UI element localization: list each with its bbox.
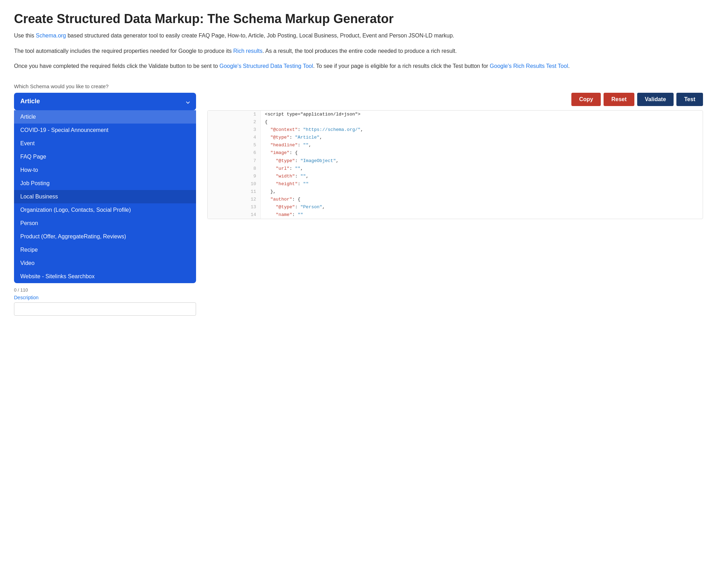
line-content: "image": { bbox=[261, 149, 703, 157]
code-lines: 1<script type="application/ld+json">2{3 … bbox=[208, 111, 703, 219]
intro-1-text-before: Use this bbox=[14, 33, 36, 38]
main-layout: Article ⌵ Article COVID-19 - Special Ann… bbox=[14, 93, 703, 316]
dropdown-option-localbusiness[interactable]: Local Business bbox=[14, 190, 196, 203]
code-line: 12 "author": { bbox=[208, 196, 703, 203]
validate-button[interactable]: Validate bbox=[637, 93, 674, 106]
dropdown-option-website[interactable]: Website - Sitelinks Searchbox bbox=[14, 270, 196, 283]
line-number: 13 bbox=[208, 203, 261, 211]
schema-dropdown-button[interactable]: Article ⌵ bbox=[14, 93, 196, 110]
intro-3-end: . bbox=[568, 63, 570, 69]
dropdown-option-article[interactable]: Article bbox=[14, 110, 196, 124]
dropdown-option-howto[interactable]: How-to bbox=[14, 163, 196, 177]
line-number: 10 bbox=[208, 180, 261, 188]
line-number: 8 bbox=[208, 165, 261, 173]
right-panel: Copy Reset Validate Test 1<script type="… bbox=[207, 93, 703, 219]
code-line: 14 "name": "" bbox=[208, 211, 703, 219]
left-panel: Article ⌵ Article COVID-19 - Special Ann… bbox=[14, 93, 196, 316]
code-line: 8 "url": "", bbox=[208, 165, 703, 173]
chevron-down-icon: ⌵ bbox=[186, 98, 190, 105]
line-number: 14 bbox=[208, 211, 261, 219]
line-number: 7 bbox=[208, 157, 261, 165]
code-block: 1<script type="application/ld+json">2{3 … bbox=[207, 110, 703, 219]
line-content: "headline": "", bbox=[261, 141, 703, 149]
intro-2-text-before: The tool automatically includes the requ… bbox=[14, 48, 233, 54]
schema-dropdown-selected: Article bbox=[20, 98, 40, 105]
code-line: 2{ bbox=[208, 118, 703, 126]
test-button[interactable]: Test bbox=[676, 93, 703, 106]
intro-paragraph-1: Use this Schema.org based structured dat… bbox=[14, 31, 703, 40]
schema-dropdown-list: Article COVID-19 - Special Announcement … bbox=[14, 110, 196, 283]
code-line: 9 "width": "", bbox=[208, 173, 703, 180]
line-number: 12 bbox=[208, 196, 261, 203]
line-content: "width": "", bbox=[261, 173, 703, 180]
intro-2-text-after: . As a result, the tool produces the ent… bbox=[263, 48, 457, 54]
line-content: "@context": "https://schema.org/", bbox=[261, 126, 703, 134]
code-line: 1<script type="application/ld+json"> bbox=[208, 111, 703, 118]
code-line: 5 "headline": "", bbox=[208, 141, 703, 149]
dropdown-option-product[interactable]: Product (Offer, AggregateRating, Reviews… bbox=[14, 230, 196, 243]
dropdown-option-faq[interactable]: FAQ Page bbox=[14, 150, 196, 163]
line-number: 11 bbox=[208, 188, 261, 196]
intro-paragraph-2: The tool automatically includes the requ… bbox=[14, 47, 703, 56]
description-input[interactable] bbox=[14, 302, 196, 316]
intro-1-text-after: based structured data generator tool to … bbox=[66, 33, 454, 38]
line-content: }, bbox=[261, 188, 703, 196]
intro-3-between: . To see if your page is eligible for a … bbox=[313, 63, 490, 69]
schema-selector-label: Which Schema would you like to create? bbox=[14, 83, 703, 89]
google-rrt-link[interactable]: Google's Rich Results Test Tool bbox=[490, 63, 568, 69]
code-line: 10 "height": "" bbox=[208, 180, 703, 188]
line-number: 5 bbox=[208, 141, 261, 149]
description-label: Description bbox=[14, 295, 196, 300]
line-content: "author": { bbox=[261, 196, 703, 203]
copy-button[interactable]: Copy bbox=[571, 93, 601, 106]
line-number: 3 bbox=[208, 126, 261, 134]
line-content: "url": "", bbox=[261, 165, 703, 173]
google-sdtt-link[interactable]: Google's Structured Data Testing Tool bbox=[220, 63, 313, 69]
line-number: 6 bbox=[208, 149, 261, 157]
line-content: "@type": "Article", bbox=[261, 134, 703, 141]
dropdown-option-person[interactable]: Person bbox=[14, 217, 196, 230]
char-count: 0 / 110 bbox=[14, 287, 196, 293]
line-content: { bbox=[261, 118, 703, 126]
code-line: 3 "@context": "https://schema.org/", bbox=[208, 126, 703, 134]
code-line: 13 "@type": "Person", bbox=[208, 203, 703, 211]
dropdown-option-recipe[interactable]: Recipe bbox=[14, 243, 196, 257]
dropdown-option-video[interactable]: Video bbox=[14, 257, 196, 270]
intro-paragraph-3: Once you have completed the required fie… bbox=[14, 62, 703, 71]
rich-results-link[interactable]: Rich results bbox=[233, 48, 263, 54]
code-toolbar: Copy Reset Validate Test bbox=[207, 93, 703, 106]
intro-3-text-before: Once you have completed the required fie… bbox=[14, 63, 220, 69]
line-content: "height": "" bbox=[261, 180, 703, 188]
code-line: 6 "image": { bbox=[208, 149, 703, 157]
dropdown-option-jobposting[interactable]: Job Posting bbox=[14, 177, 196, 190]
dropdown-option-organization[interactable]: Organization (Logo, Contacts, Social Pro… bbox=[14, 203, 196, 217]
line-number: 1 bbox=[208, 111, 261, 118]
line-content: "@type": "Person", bbox=[261, 203, 703, 211]
line-number: 9 bbox=[208, 173, 261, 180]
line-number: 2 bbox=[208, 118, 261, 126]
schema-org-link[interactable]: Schema.org bbox=[36, 33, 66, 38]
code-line: 4 "@type": "Article", bbox=[208, 134, 703, 141]
page-title: Create Structured Data Markup: The Schem… bbox=[14, 11, 703, 26]
reset-button[interactable]: Reset bbox=[604, 93, 634, 106]
code-line: 11 }, bbox=[208, 188, 703, 196]
dropdown-option-event[interactable]: Event bbox=[14, 137, 196, 150]
line-content: "@type": "ImageObject", bbox=[261, 157, 703, 165]
line-number: 4 bbox=[208, 134, 261, 141]
line-content: <script type="application/ld+json"> bbox=[261, 111, 703, 118]
code-line: 7 "@type": "ImageObject", bbox=[208, 157, 703, 165]
line-content: "name": "" bbox=[261, 211, 703, 219]
dropdown-option-covid19[interactable]: COVID-19 - Special Announcement bbox=[14, 124, 196, 137]
